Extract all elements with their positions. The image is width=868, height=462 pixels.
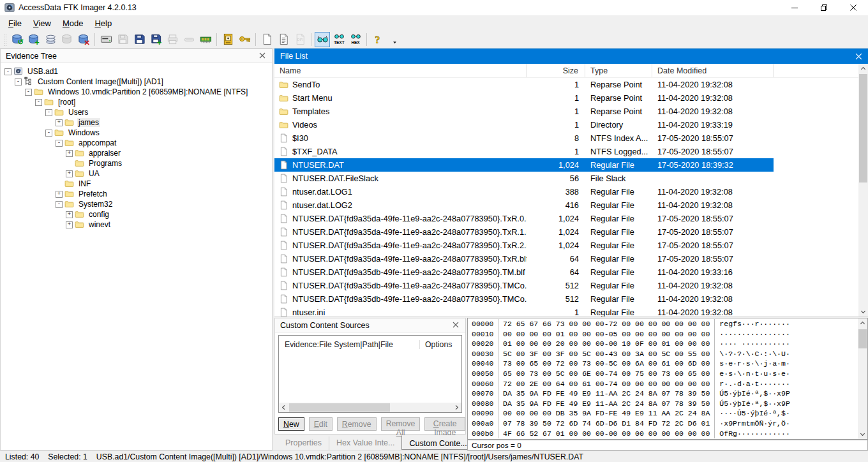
create-image-button[interactable]: Create Image xyxy=(424,417,465,431)
menu-help[interactable]: Help xyxy=(89,17,117,30)
menu-view[interactable]: View xyxy=(27,17,57,30)
print-button[interactable] xyxy=(165,32,180,47)
tree-node[interactable]: + Prefetch xyxy=(4,189,272,199)
remove-all-sources-button[interactable]: Remove All xyxy=(381,417,421,431)
remove-source-button[interactable]: Remove xyxy=(337,417,377,431)
toolbar-overflow-button[interactable] xyxy=(387,32,402,47)
file-row[interactable]: NTUSER.DAT{fd9a35db-49fe-11e9-aa2c-248a0… xyxy=(274,279,858,292)
custom-content-hscrollbar[interactable] xyxy=(279,403,461,412)
tree-expander[interactable]: - xyxy=(15,78,22,86)
file-row[interactable]: NTUSER.DAT{fd9a35da-49fe-11e9-aa2c-248a0… xyxy=(274,212,858,225)
scroll-down-icon[interactable] xyxy=(858,429,867,439)
custom-content-list[interactable]: Evidence:File System|Path|File Options xyxy=(278,335,462,413)
tree-expander[interactable] xyxy=(66,160,73,167)
tree-node[interactable]: - appcompat xyxy=(4,138,272,148)
column-header-size[interactable]: Size xyxy=(527,64,585,77)
column-header-options[interactable]: Options xyxy=(419,340,461,349)
tree-node[interactable]: + config xyxy=(4,209,272,220)
tree-node[interactable]: - System32 xyxy=(4,199,272,209)
hex-rows[interactable]: 00000 72 65 67 66 73 00 00 00-72 00 00 0… xyxy=(468,319,857,439)
tree-node[interactable]: + winevt xyxy=(4,220,272,230)
scroll-right-icon[interactable] xyxy=(452,403,461,412)
tree-expander[interactable]: - xyxy=(45,109,52,116)
close-icon[interactable] xyxy=(453,322,460,329)
file-row[interactable]: Start Menu 1 Reparse Point 11-04-2020 19… xyxy=(274,91,858,105)
file-row[interactable]: NTUSER.DAT{fd9a35da-49fe-11e9-aa2c-248a0… xyxy=(274,252,858,265)
tree-expander[interactable]: + xyxy=(66,211,73,218)
new-button[interactable] xyxy=(259,32,274,47)
file-list-scrollbar[interactable] xyxy=(858,64,868,317)
file-row[interactable]: $I30 8 NTFS Index A... 17-05-2020 18:55:… xyxy=(274,131,858,145)
tree-node[interactable]: + UA xyxy=(4,168,272,179)
menu-file[interactable]: File xyxy=(3,17,27,30)
unmount-image-button[interactable] xyxy=(59,32,75,47)
obtain-protected-files-button[interactable] xyxy=(220,32,236,47)
column-header-type[interactable]: Type xyxy=(585,64,652,77)
help-button[interactable]: ? xyxy=(370,32,385,47)
hex-scrollbar[interactable] xyxy=(858,318,867,439)
auto-view-mode-button[interactable] xyxy=(315,32,330,47)
create-disk-image-button[interactable] xyxy=(98,32,114,47)
tree-node[interactable]: - USB.ad1 xyxy=(4,66,272,77)
tree-expander[interactable]: + xyxy=(66,170,73,177)
tab[interactable]: Hex Value Inte... xyxy=(329,436,402,450)
tree-expander[interactable] xyxy=(56,181,63,188)
close-icon[interactable] xyxy=(855,53,862,60)
detect-efs-encryption-button[interactable] xyxy=(237,32,252,47)
edit-source-button[interactable]: Edit xyxy=(309,417,333,431)
remove-evidence-item-button[interactable]: ✕ xyxy=(76,32,91,47)
add-all-attached-devices-button[interactable]: + xyxy=(26,32,41,47)
column-header-evidence[interactable]: Evidence:File System|Path|File xyxy=(279,340,419,349)
file-row[interactable]: ntuser.ini 1 Regular File 11-04-2020 19:… xyxy=(274,306,858,317)
file-row[interactable]: $TXF_DATA 1 NTFS Logged... 17-05-2020 18… xyxy=(274,145,858,158)
close-button[interactable] xyxy=(839,0,868,15)
file-row[interactable]: NTUSER.DAT{fd9a35da-49fe-11e9-aa2c-248a0… xyxy=(274,225,858,239)
tab[interactable]: Properties xyxy=(278,436,329,450)
file-row[interactable]: ntuser.dat.LOG1 388 Regular File 11-04-2… xyxy=(274,185,858,198)
tree-expander[interactable]: + xyxy=(56,119,63,126)
tree-expander[interactable]: + xyxy=(56,191,63,198)
file-row[interactable]: Templates 1 Reparse Point 11-04-2020 19:… xyxy=(274,105,858,118)
file-row[interactable]: NTUSER.DAT.FileSlack 56 File Slack xyxy=(274,172,858,185)
file-row[interactable]: NTUSER.DAT{fd9a35da-49fe-11e9-aa2c-248a0… xyxy=(274,239,858,252)
tree-expander[interactable]: - xyxy=(56,201,63,208)
scroll-up-icon[interactable] xyxy=(858,64,868,73)
export-files-button[interactable] xyxy=(181,32,197,47)
tree-node[interactable]: + appraiser xyxy=(4,148,272,158)
scroll-up-icon[interactable] xyxy=(858,318,867,328)
hex-view-mode-button[interactable]: HEX xyxy=(348,32,363,47)
tree-node[interactable]: - Users xyxy=(4,107,272,117)
tree-expander[interactable]: + xyxy=(66,221,73,228)
scroll-down-icon[interactable] xyxy=(858,307,868,317)
tree-node[interactable]: INF xyxy=(4,179,272,189)
tree-node[interactable]: - [root] xyxy=(4,97,272,107)
file-row[interactable]: ntuser.dat.LOG2 416 Regular File 11-04-2… xyxy=(274,198,858,212)
add-to-custom-content-image-button[interactable]: + xyxy=(148,32,163,47)
export-disk-image-button[interactable] xyxy=(131,32,147,47)
add-evidence-item-button[interactable]: ↺ xyxy=(10,32,25,47)
toolbar-grip[interactable] xyxy=(3,33,6,46)
column-header-date[interactable]: Date Modified xyxy=(652,64,774,77)
restore-button[interactable] xyxy=(809,0,839,15)
tree-expander[interactable]: + xyxy=(66,150,73,157)
column-header-name[interactable]: Name xyxy=(274,64,527,77)
tab[interactable]: Custom Conte... xyxy=(401,435,474,450)
file-row[interactable]: SendTo 1 Reparse Point 11-04-2020 19:32:… xyxy=(274,78,858,91)
file-row[interactable]: Videos 1 Directory 11-04-2020 19:33:19 xyxy=(274,118,858,131)
tree-expander[interactable]: - xyxy=(56,140,63,147)
tree-node[interactable]: - Windows xyxy=(4,128,272,138)
file-row[interactable]: NTUSER.DAT 1,024 Regular File 17-05-2020… xyxy=(274,158,858,172)
tree-node[interactable]: + james xyxy=(4,117,272,128)
file-row[interactable]: NTUSER.DAT{fd9a35db-49fe-11e9-aa2c-248a0… xyxy=(274,292,858,306)
tree-expander[interactable]: - xyxy=(35,99,42,106)
tree-expander[interactable]: - xyxy=(4,68,11,75)
menu-mode[interactable]: Mode xyxy=(57,17,89,30)
close-icon[interactable] xyxy=(259,52,267,60)
tree-node[interactable]: Programs xyxy=(4,158,272,168)
scrollbar-thumb[interactable] xyxy=(859,74,867,183)
tree-node[interactable]: - Custom Content Image([Multi]) [AD1] xyxy=(4,77,272,87)
capture-memory-button[interactable] xyxy=(198,32,213,47)
save-button[interactable] xyxy=(115,32,130,47)
minimize-button[interactable] xyxy=(780,0,809,15)
export-directory-listing-button[interactable]: DIR xyxy=(292,32,308,47)
